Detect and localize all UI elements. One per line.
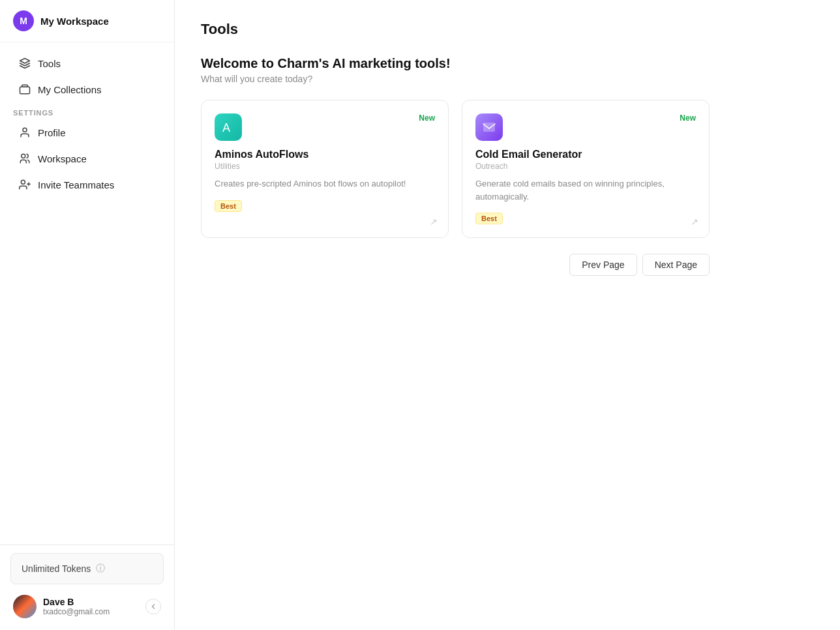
welcome-heading: Welcome to Charm's AI marketing tools! xyxy=(201,56,814,71)
invite-icon xyxy=(18,178,31,191)
sidebar-item-workspace-label: Workspace xyxy=(38,153,87,164)
tool-desc-aminos: Creates pre-scripted Aminos bot flows on… xyxy=(215,177,435,190)
user-info: Dave B txadco@gmail.com xyxy=(43,597,139,616)
sidebar-item-tools[interactable]: Tools xyxy=(5,50,169,76)
tool-name-cold: Cold Email Generator xyxy=(475,149,696,160)
external-link-icon-aminos: ↗ xyxy=(430,217,438,227)
svg-rect-8 xyxy=(483,123,495,132)
workspace-avatar: M xyxy=(13,10,34,31)
collapse-button[interactable] xyxy=(145,599,161,614)
user-email: txadco@gmail.com xyxy=(43,607,139,616)
sidebar-nav: Tools My Collections SETTINGS Profile xyxy=(0,42,174,545)
sidebar-item-collections[interactable]: My Collections xyxy=(5,76,169,102)
welcome-sub: What will you create today? xyxy=(201,74,814,84)
best-badge-aminos: Best xyxy=(215,200,242,212)
best-badge-cold: Best xyxy=(475,213,503,224)
new-badge-aminos: New xyxy=(419,113,435,123)
workspace-settings-icon xyxy=(18,152,31,165)
tools-icon xyxy=(18,57,31,70)
sidebar-item-workspace[interactable]: Workspace xyxy=(5,145,169,172)
tool-icon-cold xyxy=(475,113,503,141)
sidebar-item-invite[interactable]: Invite Teammates xyxy=(5,172,169,198)
tool-card-aminos[interactable]: A New Aminos AutoFlows Utilities Creates… xyxy=(201,100,449,238)
sidebar-top: M My Workspace xyxy=(0,0,174,42)
new-badge-cold: New xyxy=(680,113,696,123)
page-title: Tools xyxy=(201,21,814,38)
sidebar-item-profile-label: Profile xyxy=(38,127,66,138)
sidebar-item-collections-label: My Collections xyxy=(38,84,102,95)
settings-label: SETTINGS xyxy=(0,102,174,119)
tool-card-cold-email[interactable]: New Cold Email Generator Outreach Genera… xyxy=(462,100,710,238)
info-icon: ⓘ xyxy=(96,563,105,575)
tool-category-cold: Outreach xyxy=(475,162,696,171)
pagination: Prev Page Next Page xyxy=(201,254,710,276)
main-content: Tools Welcome to Charm's AI marketing to… xyxy=(175,0,840,630)
workspace-header[interactable]: M My Workspace xyxy=(13,10,161,31)
tokens-label: Unlimited Tokens xyxy=(22,563,91,574)
svg-point-4 xyxy=(21,180,25,184)
tool-name-aminos: Aminos AutoFlows xyxy=(215,149,435,160)
svg-text:A: A xyxy=(222,121,230,134)
workspace-name: My Workspace xyxy=(40,16,109,27)
tool-icon-aminos: A xyxy=(215,113,242,141)
sidebar-item-invite-label: Invite Teammates xyxy=(38,179,114,190)
user-name: Dave B xyxy=(43,597,139,607)
prev-page-button[interactable]: Prev Page xyxy=(569,254,637,276)
tokens-box: Unlimited Tokens ⓘ xyxy=(10,553,164,584)
sidebar: M My Workspace Tools My Co xyxy=(0,0,175,630)
tool-desc-cold: Generate cold emails based on winning pr… xyxy=(475,177,696,203)
external-link-icon-cold: ↗ xyxy=(691,217,698,227)
sidebar-bottom: Unlimited Tokens ⓘ Dave B txadco@gmail.c… xyxy=(0,545,174,630)
sidebar-item-tools-label: Tools xyxy=(38,58,61,69)
collections-icon xyxy=(18,83,31,96)
sidebar-item-profile[interactable]: Profile xyxy=(5,119,169,145)
next-page-button[interactable]: Next Page xyxy=(642,254,710,276)
tool-category-aminos: Utilities xyxy=(215,162,435,171)
avatar xyxy=(13,595,37,618)
svg-rect-1 xyxy=(20,87,30,94)
card-top-aminos: A New xyxy=(215,113,435,141)
user-row[interactable]: Dave B txadco@gmail.com xyxy=(10,591,164,622)
svg-point-3 xyxy=(22,154,25,158)
card-top-cold: New xyxy=(475,113,696,141)
svg-point-2 xyxy=(23,128,27,132)
tools-grid: A New Aminos AutoFlows Utilities Creates… xyxy=(201,100,710,238)
svg-marker-0 xyxy=(20,59,30,64)
profile-icon xyxy=(18,126,31,139)
